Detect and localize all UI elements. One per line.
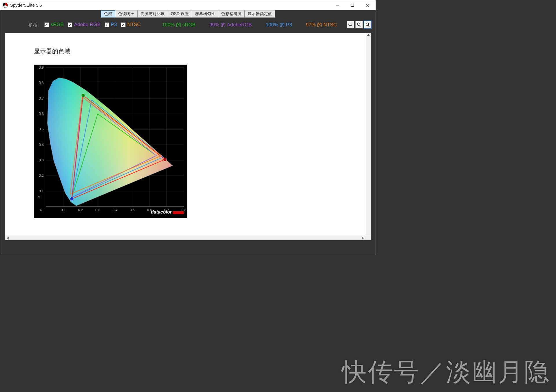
svg-text:Y: Y	[38, 196, 40, 200]
svg-text:0.5: 0.5	[130, 208, 135, 212]
checkbox-p3[interactable]: ✓	[105, 22, 109, 27]
svg-text:0.1: 0.1	[39, 189, 44, 193]
svg-line-12	[368, 25, 370, 26]
window-minimize-button[interactable]	[330, 0, 345, 10]
legend-p3: P3	[111, 22, 117, 28]
tab-uniformity[interactable]: 屏幕均匀性	[192, 10, 218, 17]
zoom-out-button[interactable]	[355, 21, 363, 28]
tab-color-accuracy[interactable]: 色彩精确度	[218, 10, 245, 17]
svg-text:0.3: 0.3	[39, 158, 44, 162]
app-logo-icon	[3, 3, 8, 8]
tab-osd-settings[interactable]: OSD 设置	[168, 10, 192, 17]
svg-rect-1	[351, 4, 354, 6]
window-maximize-button[interactable]	[345, 0, 360, 10]
svg-text:0.3: 0.3	[95, 208, 100, 212]
coverage-adobe: 99% 的 AdobeRGB	[209, 21, 252, 28]
brand-bar-icon	[173, 211, 184, 214]
svg-point-36	[81, 94, 85, 97]
coverage-ntsc: 97% 的 NTSC	[306, 21, 337, 28]
svg-text:0.7: 0.7	[39, 96, 44, 101]
svg-text:0.4: 0.4	[113, 208, 118, 212]
reference-bar: 参考: ✓ sRGB ✓ Adobe RGB ✓ P3 ✓ NTSC 100% …	[0, 18, 376, 32]
svg-point-11	[366, 23, 369, 25]
svg-line-5	[351, 25, 352, 26]
svg-text:X: X	[40, 208, 42, 212]
legend-srgb: sRGB	[51, 22, 64, 28]
svg-text:0.1: 0.1	[61, 208, 66, 212]
scroll-left-icon	[7, 237, 9, 240]
watermark-text: 快传号／淡幽月隐	[342, 355, 550, 389]
legend-ntsc: NTSC	[127, 22, 141, 28]
brand-logo: datacolor	[151, 209, 172, 215]
svg-text:0.2: 0.2	[78, 208, 83, 212]
vertical-scrollbar[interactable]	[366, 33, 371, 235]
content-area: 显示器的色域	[5, 33, 371, 240]
svg-point-37	[70, 197, 74, 200]
svg-text:0.5: 0.5	[39, 127, 44, 131]
scroll-up-icon	[367, 34, 370, 36]
tab-brightness-contrast[interactable]: 亮度与对比度	[138, 10, 168, 17]
tab-gamut[interactable]: 色域	[101, 10, 115, 17]
reference-label: 参考:	[28, 21, 39, 28]
svg-text:0.8: 0.8	[39, 81, 44, 85]
svg-text:0.9: 0.9	[39, 65, 44, 70]
app-title: Spyder5Elite 5.5	[10, 3, 42, 8]
svg-text:0.6: 0.6	[39, 112, 44, 116]
chart-title: 显示器的色域	[34, 47, 70, 55]
scroll-right-icon	[362, 237, 364, 240]
checkbox-srgb[interactable]: ✓	[44, 22, 49, 27]
cie-chart: 0.10.20.30.40.50.60.70.80.10.20.30.40.50…	[34, 65, 187, 218]
tab-monitor-rating[interactable]: 显示器额定值	[245, 10, 275, 17]
checkbox-ntsc[interactable]: ✓	[121, 22, 126, 27]
coverage-p3: 100% 的 P3	[266, 21, 292, 28]
app-window: Spyder5Elite 5.5 色域 色调响应 亮度与对比度 OSD 设置 屏…	[0, 0, 376, 255]
titlebar: Spyder5Elite 5.5	[0, 0, 376, 10]
coverage-srgb: 100% 的 sRGB	[162, 21, 195, 28]
horizontal-scrollbar[interactable]	[5, 235, 371, 240]
svg-point-35	[163, 158, 167, 161]
svg-line-9	[360, 25, 361, 26]
legend-adobe: Adobe RGB	[74, 22, 100, 28]
svg-text:0.4: 0.4	[39, 143, 44, 147]
zoom-reset-button[interactable]	[364, 21, 372, 28]
window-close-button[interactable]	[360, 0, 375, 10]
tab-bar: 色域 色调响应 亮度与对比度 OSD 设置 屏幕均匀性 色彩精确度 显示器额定值	[0, 10, 376, 18]
zoom-in-button[interactable]	[347, 21, 354, 28]
tab-tone-response[interactable]: 色调响应	[115, 10, 138, 17]
svg-text:0.2: 0.2	[39, 174, 44, 178]
checkbox-adobe[interactable]: ✓	[68, 22, 72, 27]
